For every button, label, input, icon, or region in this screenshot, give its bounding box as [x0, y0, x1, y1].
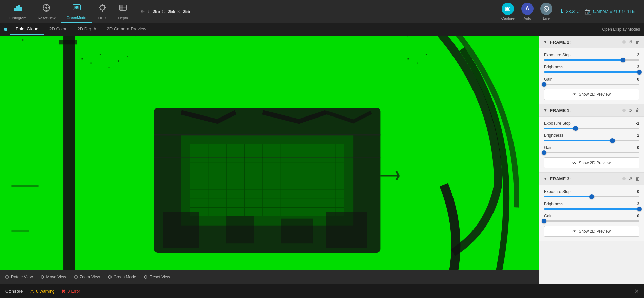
toolbar: Histogram ResetView GreenMode: [0, 0, 644, 23]
b-label: B:: [177, 9, 181, 14]
zoom-dot: [74, 275, 78, 279]
frame3-brightness-slider[interactable]: [544, 208, 639, 210]
frame1-brightness-thumb[interactable]: [610, 138, 615, 143]
frame1-body: Exposure Stop -1 Brightness 2 Gain: [539, 117, 644, 172]
frame3-title: FRAME 3:: [550, 176, 620, 182]
svg-point-5: [45, 7, 47, 9]
move-view-control[interactable]: Move View: [41, 275, 66, 279]
frame2-gain-row: Gain 0: [544, 77, 639, 82]
tab-2d-color[interactable]: 2D Color: [44, 24, 72, 35]
frame2-preview-btn[interactable]: 👁 Show 2D Preview: [544, 89, 639, 100]
capture-button[interactable]: Capture: [501, 3, 515, 20]
svg-rect-45: [11, 185, 38, 187]
frame1-preview-btn[interactable]: 👁 Show 2D Preview: [544, 157, 639, 168]
svg-rect-48: [90, 63, 92, 64]
reset-view-control[interactable]: Reset View: [144, 275, 170, 279]
frame1-gain-label: Gain: [544, 145, 581, 150]
svg-rect-2: [18, 5, 20, 11]
frame2-gain-slider[interactable]: [544, 84, 639, 85]
auto-label: Auto: [524, 16, 531, 20]
r-value: 255: [153, 9, 160, 14]
frame3-exposure-slider[interactable]: [544, 196, 639, 197]
toolbar-green-mode[interactable]: GreenMode: [61, 0, 92, 23]
zoom-view-control[interactable]: Zoom View: [74, 275, 100, 279]
g-value: 255: [168, 9, 175, 14]
frame3-gain-slider[interactable]: [544, 220, 639, 222]
svg-line-20: [104, 5, 105, 6]
frame2-exposure-thumb[interactable]: [621, 58, 625, 62]
svg-point-12: [75, 6, 78, 9]
toolbar-depth[interactable]: Depth: [113, 0, 134, 23]
frame1-gain-thumb[interactable]: [542, 150, 546, 155]
frame2-reset-btn[interactable]: ↺: [628, 39, 632, 45]
rotate-dot: [5, 275, 9, 279]
auto-button[interactable]: A Auto: [521, 3, 534, 20]
frame1-exposure-thumb[interactable]: [573, 126, 578, 131]
frame2-gain-label: Gain: [544, 77, 581, 82]
toolbar-histogram[interactable]: Histogram: [4, 0, 32, 23]
toolbar-hdr[interactable]: HDR: [92, 0, 113, 23]
frame3-delete-btn[interactable]: 🗑: [635, 176, 640, 182]
open-display-modes[interactable]: Open Display Modes: [602, 27, 640, 32]
frame1-delete-btn[interactable]: 🗑: [635, 108, 640, 113]
frame2-delete-btn[interactable]: 🗑: [635, 39, 640, 45]
frame1-exposure-value: -1: [636, 121, 639, 126]
frame1-gain-slider[interactable]: [544, 152, 639, 153]
svg-rect-52: [127, 56, 128, 57]
warning-count: 0 Warning: [36, 289, 54, 294]
frame2-exposure-slider[interactable]: [544, 59, 639, 61]
viewport[interactable]: Rotate View Move View Zoom View Green Mo…: [0, 36, 539, 284]
svg-rect-49: [100, 54, 101, 55]
frame1-reset-btn[interactable]: ↺: [628, 108, 632, 113]
green-mode-icon: [72, 3, 81, 14]
right-panel: ▼ FRAME 2: ↺ 🗑 Exposure Stop 2 Br: [539, 36, 644, 284]
frame3-exposure-thumb[interactable]: [589, 194, 594, 199]
frame3-gain-label: Gain: [544, 214, 581, 218]
live-button[interactable]: Live: [540, 3, 552, 20]
rgb-display: ✏ R: 255 G: 255 B: 255: [134, 9, 501, 14]
depth-label: Depth: [118, 16, 128, 20]
move-dot: [41, 275, 44, 279]
tab-2d-camera-preview[interactable]: 2D Camera Preview: [101, 24, 152, 35]
histogram-icon: [13, 3, 23, 15]
frame3-brightness-thumb[interactable]: [637, 207, 642, 211]
main-area: Rotate View Move View Zoom View Green Mo…: [0, 36, 644, 284]
frame2-header[interactable]: ▼ FRAME 2: ↺ 🗑: [539, 36, 644, 48]
frame2-brightness-fill: [544, 71, 639, 73]
frame3-gain-thumb[interactable]: [542, 219, 546, 224]
active-dot: [4, 28, 7, 31]
frame2-section: ▼ FRAME 2: ↺ 🗑 Exposure Stop 2 Br: [539, 36, 644, 104]
error-count: 0 Error: [68, 289, 80, 294]
frame3-eye-icon: 👁: [572, 229, 577, 234]
svg-rect-75: [226, 216, 254, 243]
frame2-preview-label: Show 2D Preview: [579, 92, 611, 97]
toolbar-reset-view[interactable]: ResetView: [32, 0, 61, 23]
frame2-brightness-thumb[interactable]: [637, 70, 642, 74]
camera-display: 📷 Camera #210191116: [585, 8, 635, 15]
frame2-gain-thumb[interactable]: [542, 82, 546, 87]
live-icon: [540, 3, 552, 15]
frame1-header[interactable]: ▼ FRAME 1: ↺ 🗑: [539, 104, 644, 117]
frame3-preview-btn[interactable]: 👁 Show 2D Preview: [544, 226, 639, 237]
console-close-btn[interactable]: ✕: [634, 288, 639, 294]
frame1-exposure-fill: [544, 128, 576, 129]
frame2-brightness-slider[interactable]: [544, 71, 639, 73]
green-mode-control[interactable]: Green Mode: [108, 275, 136, 279]
tab-2d-depth[interactable]: 2D Depth: [72, 24, 102, 35]
console-error: ✖ 0 Error: [61, 288, 80, 294]
frame1-preview-label: Show 2D Preview: [579, 161, 611, 165]
frame2-brightness-value: 3: [637, 65, 639, 69]
frame3-header[interactable]: ▼ FRAME 3: ↺ 🗑: [539, 173, 644, 185]
frame2-exposure-fill: [544, 59, 623, 61]
tab-point-cloud[interactable]: Point Cloud: [10, 24, 44, 35]
frame2-brightness-row: Brightness 3: [544, 65, 639, 69]
frame3-reset-btn[interactable]: ↺: [628, 176, 632, 182]
frame1-brightness-slider[interactable]: [544, 140, 639, 141]
svg-rect-3: [20, 7, 22, 11]
frame1-exposure-label: Exposure Stop: [544, 121, 581, 126]
frame1-exposure-slider[interactable]: [544, 128, 639, 129]
toolbar-right: Capture A Auto Live 🌡 28.3°C 📷: [501, 3, 640, 20]
rotate-view-control[interactable]: Rotate View: [5, 275, 33, 279]
svg-rect-47: [82, 58, 83, 59]
frame2-exposure-label: Exposure Stop: [544, 52, 581, 57]
